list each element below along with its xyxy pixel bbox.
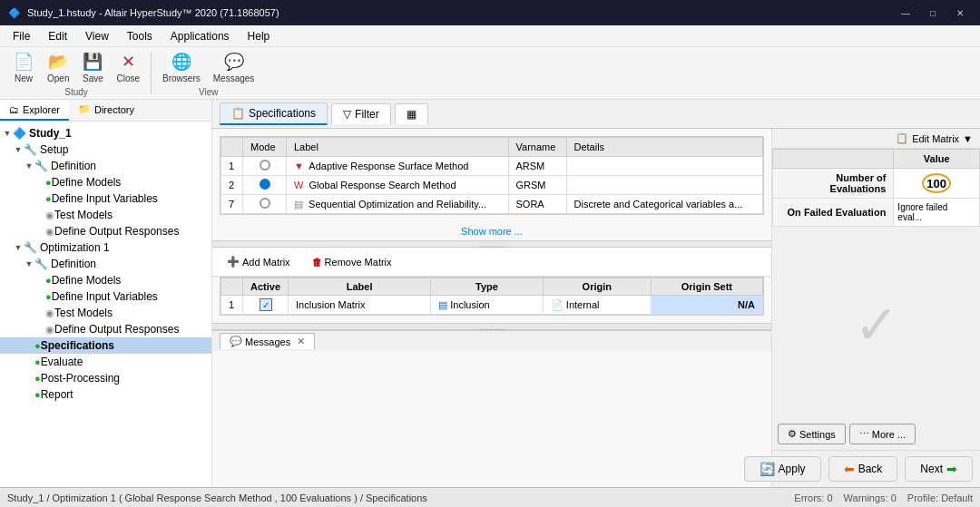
remove-matrix-button[interactable]: 🗑 Remove Matrix xyxy=(305,254,399,270)
tree-setup-outputresp[interactable]: ◉ Define Output Responses xyxy=(0,223,211,239)
mrow1-active[interactable]: ✓ xyxy=(243,296,289,315)
arrow-study1: ▼ xyxy=(2,129,13,138)
tree-opt1-inputvars[interactable]: ● Define Input Variables xyxy=(0,288,211,305)
more-button[interactable]: ⋯ More ... xyxy=(849,424,916,444)
explorer-icon: 🗂 xyxy=(9,104,19,115)
tree-study1[interactable]: ▼ 🔷 Study_1 xyxy=(0,125,211,141)
menu-tools[interactable]: Tools xyxy=(118,28,162,44)
add-matrix-button[interactable]: ➕ Add Matrix xyxy=(220,253,298,270)
remove-matrix-label: Remove Matrix xyxy=(325,257,392,268)
tree-setup[interactable]: ▼ 🔧 Setup xyxy=(0,141,211,158)
tree-setup-models[interactable]: ● Define Models xyxy=(0,174,211,190)
close-button[interactable]: ✕ xyxy=(947,4,973,22)
matrix-table: Active Label Type Origin Origin Sett 1 xyxy=(220,278,763,315)
apply-label: Apply xyxy=(779,463,806,475)
toolbar-new-button[interactable]: 📄 New xyxy=(7,49,40,85)
section-divider-1: ........... xyxy=(212,240,771,248)
mheader-type: Type xyxy=(431,278,544,296)
opt1-outputresp-label: Define Output Responses xyxy=(54,323,179,336)
toolbar-messages-button[interactable]: 💬 Messages xyxy=(208,49,260,85)
tree-setup-inputvars[interactable]: ● Define Input Variables xyxy=(0,190,211,207)
inclusion-icon: ▤ xyxy=(438,299,447,310)
back-button[interactable]: ⬅ Back xyxy=(828,456,898,482)
toolbar-open-button[interactable]: 📂 Open xyxy=(42,49,74,85)
maximize-button[interactable]: □ xyxy=(920,4,946,22)
tree-setup-definition[interactable]: ▼ 🔧 Definition xyxy=(0,158,211,174)
opt1-icon: 🔧 xyxy=(24,241,37,254)
filter-tab-label: Filter xyxy=(355,108,379,121)
view-group-label: View xyxy=(199,87,219,97)
table-row[interactable]: 2 W Global Response Search Method GRSM xyxy=(221,176,763,195)
toolbar-study-group: 📄 New 📂 Open 💾 Save ✕ Close Study xyxy=(7,49,145,97)
row3-mode[interactable] xyxy=(243,195,287,214)
tab-specifications[interactable]: 📋 Specifications xyxy=(220,102,328,125)
evaluations-label: Number of Evaluations xyxy=(773,169,894,199)
opt1-eval-status: ● xyxy=(34,356,41,367)
internal-icon: 📄 xyxy=(551,299,564,310)
setup-inputvars-label: Define Input Variables xyxy=(52,192,158,205)
toolbar-close-button[interactable]: ✕ Close xyxy=(111,49,145,85)
methods-table: Mode Label Varname Details 1 xyxy=(220,137,763,214)
props-row-evaluations[interactable]: Number of Evaluations 100 xyxy=(773,169,980,199)
back-label: Back xyxy=(858,463,883,475)
menu-applications[interactable]: Applications xyxy=(162,28,239,44)
minimize-button[interactable]: — xyxy=(893,4,918,22)
menu-view[interactable]: View xyxy=(76,28,118,44)
tree-opt1-report[interactable]: ● Report xyxy=(0,386,211,403)
radio-arsm[interactable] xyxy=(260,160,270,171)
tree-opt1-postproc[interactable]: ● Post-Processing xyxy=(0,370,211,386)
row3-details: Discrete and Categorical variables a... xyxy=(566,195,763,214)
methods-table-container[interactable]: Mode Label Varname Details 1 xyxy=(220,136,764,215)
browsers-icon: 🌐 xyxy=(171,51,192,73)
row2-mode[interactable] xyxy=(243,176,287,195)
toolbar-view-group: 🌐 Browsers 💬 Messages View xyxy=(157,49,260,97)
props-row-failed-eval[interactable]: On Failed Evaluation Ignore failed eval.… xyxy=(773,199,980,227)
menu-file[interactable]: File xyxy=(4,28,39,44)
open-icon: 📂 xyxy=(47,51,69,73)
row1-details xyxy=(566,157,763,176)
messages-tab-close[interactable]: ✕ xyxy=(297,336,305,347)
radio-grsm[interactable] xyxy=(260,179,270,190)
radio-sora[interactable] xyxy=(260,198,270,209)
next-button[interactable]: Next ➡ xyxy=(905,456,973,482)
tab-filter[interactable]: ▽ Filter xyxy=(331,103,391,124)
remove-matrix-icon: 🗑 xyxy=(312,257,322,268)
apply-button[interactable]: 🔄 Apply xyxy=(744,456,821,482)
tab-grid[interactable]: ▦ xyxy=(395,103,428,124)
props-value-header: Value xyxy=(894,150,980,169)
tree-opt1-specifications[interactable]: ● Specifications xyxy=(0,337,211,354)
show-more-link[interactable]: Show more ... xyxy=(212,222,771,240)
mrow1-checkbox[interactable]: ✓ xyxy=(260,298,272,311)
tab-explorer[interactable]: 🗂 Explorer xyxy=(0,100,69,121)
opt1-inputvars-status: ● xyxy=(45,291,52,302)
menu-edit[interactable]: Edit xyxy=(39,28,76,44)
evaluations-value[interactable]: 100 xyxy=(894,169,980,199)
tree-opt1-outputresp[interactable]: ◉ Define Output Responses xyxy=(0,321,211,337)
settings-button[interactable]: ⚙ Settings xyxy=(778,424,846,444)
row2-label-text: Global Response Search Method xyxy=(309,180,456,190)
study-group-label: Study xyxy=(64,87,88,97)
matrix-row[interactable]: 1 ✓ Inclusion Matrix ▤ Inclusion xyxy=(221,296,763,315)
mrow1-origin: 📄 Internal xyxy=(543,296,651,315)
tree-opt1-testmodels[interactable]: ◉ Test Models xyxy=(0,305,211,321)
tree-opt1-models[interactable]: ● Define Models xyxy=(0,272,211,288)
table-row[interactable]: 7 ▤ Sequential Optimization and Reliabil… xyxy=(221,195,763,214)
toolbar-save-button[interactable]: 💾 Save xyxy=(76,49,109,85)
edit-matrix-button[interactable]: 📋 Edit Matrix ▼ xyxy=(772,129,980,149)
menu-help[interactable]: Help xyxy=(239,28,279,44)
table-row[interactable]: 1 ▼ Adaptive Response Surface Method ARS… xyxy=(221,157,763,176)
tree-setup-testmodels[interactable]: ◉ Test Models xyxy=(0,207,211,223)
tree-opt1-definition[interactable]: ▼ 🔧 Definition xyxy=(0,256,211,272)
toolbar-browsers-button[interactable]: 🌐 Browsers xyxy=(157,49,206,85)
back-icon: ⬅ xyxy=(844,462,855,476)
failed-eval-value[interactable]: Ignore failed eval... xyxy=(894,199,980,227)
row1-mode[interactable] xyxy=(243,157,287,176)
tree-opt1[interactable]: ▼ 🔧 Optimization 1 xyxy=(0,239,211,256)
evaluations-badge[interactable]: 100 xyxy=(922,173,951,193)
messages-tab[interactable]: 💬 Messages ✕ xyxy=(220,333,315,349)
edit-matrix-dropdown[interactable]: ▼ xyxy=(963,133,973,144)
tab-directory[interactable]: 📁 Directory xyxy=(69,100,143,121)
matrix-table-container[interactable]: Active Label Type Origin Origin Sett 1 xyxy=(220,277,764,316)
checkmark-icon: ✓ xyxy=(854,293,899,356)
tree-opt1-evaluate[interactable]: ● Evaluate xyxy=(0,354,211,370)
